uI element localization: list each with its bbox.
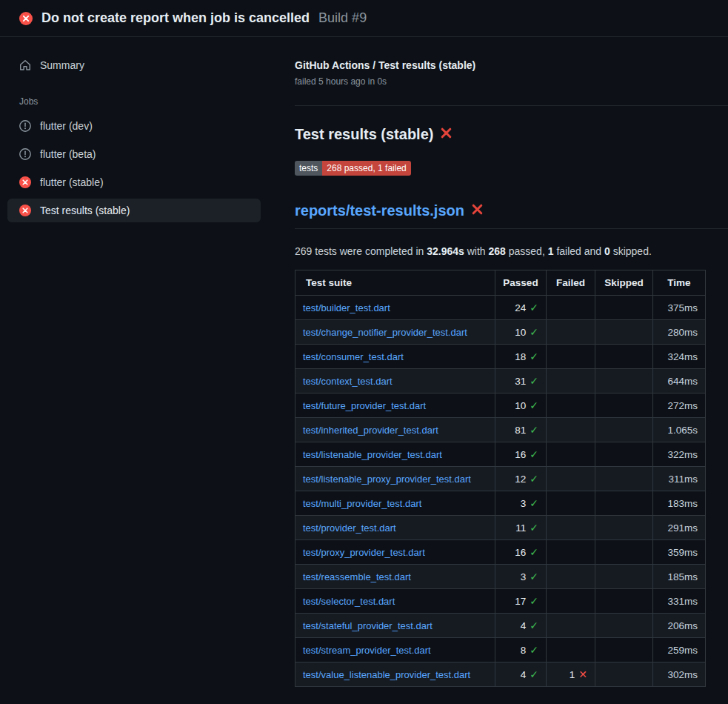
home-icon — [19, 59, 31, 71]
passed-count: 81 — [515, 425, 526, 436]
suite-cell: test/stateful_provider_test.dart — [295, 614, 495, 638]
table-row: test/builder_test.dart 24✓ 375ms — [295, 296, 706, 320]
sidebar-job-item[interactable]: Test results (stable) — [7, 199, 261, 222]
sidebar-job-item[interactable]: flutter (beta) — [7, 142, 261, 166]
check-icon: ✓ — [530, 522, 538, 534]
job-neutral-icon — [19, 148, 31, 160]
skipped-cell — [595, 516, 653, 540]
job-label: Test results (stable) — [40, 205, 130, 216]
passed-cell: 3✓ — [495, 565, 547, 589]
time-cell: 359ms — [653, 540, 706, 565]
sidebar-item-summary[interactable]: Summary — [7, 53, 261, 77]
time-cell: 644ms — [653, 369, 706, 393]
passed-count: 31 — [515, 376, 526, 387]
passed-count: 16 — [515, 547, 526, 558]
column-header-failed: Failed — [547, 270, 595, 296]
suite-cell: test/value_listenable_provider_test.dart — [295, 663, 495, 687]
passed-count: 3 — [521, 571, 527, 582]
suite-link[interactable]: test/value_listenable_provider_test.dart — [303, 669, 470, 680]
table-row: test/stateful_provider_test.dart 4✓ 206m… — [295, 614, 706, 638]
passed-count: 3 — [521, 498, 527, 509]
tests-badge-value: 268 passed, 1 failed — [322, 161, 410, 176]
skipped-cell — [595, 663, 653, 687]
passed-cell: 12✓ — [495, 467, 547, 491]
skipped-cell — [595, 540, 653, 565]
report-link[interactable]: reports/test-results.json — [295, 202, 464, 219]
passed-count: 18 — [515, 351, 526, 362]
table-row: test/selector_test.dart 17✓ 331ms — [295, 589, 706, 614]
suite-cell: test/listenable_proxy_provider_test.dart — [295, 467, 495, 491]
job-status-line: failed 5 hours ago in 0s — [295, 76, 728, 87]
cross-icon: ✕ — [578, 668, 587, 680]
suite-cell: test/inherited_provider_test.dart — [295, 418, 495, 442]
check-icon: ✓ — [530, 571, 538, 582]
check-run-header: Do not create report when job is cancell… — [0, 0, 728, 37]
suite-link[interactable]: test/reassemble_test.dart — [303, 571, 411, 582]
failed-cell — [547, 442, 595, 467]
skipped-cell — [595, 345, 653, 369]
jobs-section-label: Jobs — [19, 96, 249, 107]
suite-cell: test/future_provider_test.dart — [295, 393, 495, 418]
suite-link[interactable]: test/selector_test.dart — [303, 596, 395, 607]
column-header-passed: Passed — [495, 270, 547, 296]
section-title: Test results (stable) — [295, 126, 728, 143]
suite-link[interactable]: test/future_provider_test.dart — [303, 400, 426, 411]
tests-badge: tests 268 passed, 1 failed — [295, 161, 411, 176]
passed-cell: 10✓ — [495, 320, 547, 345]
suite-link[interactable]: test/stream_provider_test.dart — [303, 645, 431, 656]
passed-count: 11 — [515, 522, 526, 534]
time-cell: 183ms — [653, 491, 706, 516]
suite-link[interactable]: test/multi_provider_test.dart — [303, 498, 421, 509]
table-row: test/change_notifier_provider_test.dart … — [295, 320, 706, 345]
suite-cell: test/stream_provider_test.dart — [295, 638, 495, 663]
time-cell: 185ms — [653, 565, 706, 589]
table-row: test/consumer_test.dart 18✓ 324ms — [295, 345, 706, 369]
check-icon: ✓ — [530, 302, 538, 313]
table-row: test/provider_test.dart 11✓ 291ms — [295, 516, 706, 540]
sidebar-job-item[interactable]: flutter (stable) — [7, 170, 261, 194]
suite-link[interactable]: test/builder_test.dart — [303, 302, 390, 313]
breadcrumb: GitHub Actions / Test results (stable) — [295, 59, 728, 71]
table-row: test/future_provider_test.dart 10✓ 272ms — [295, 393, 706, 418]
table-row: test/listenable_proxy_provider_test.dart… — [295, 467, 706, 491]
suite-cell: test/change_notifier_provider_test.dart — [295, 320, 495, 345]
skipped-cell — [595, 442, 653, 467]
suite-link[interactable]: test/change_notifier_provider_test.dart — [303, 327, 467, 338]
page-title: Do not create report when job is cancell… — [41, 10, 310, 26]
check-icon: ✓ — [530, 351, 538, 362]
skipped-cell — [595, 369, 653, 393]
passed-count: 16 — [515, 449, 526, 460]
table-row: test/inherited_provider_test.dart 81✓ 1.… — [295, 418, 706, 442]
suite-link[interactable]: test/context_test.dart — [303, 376, 393, 387]
suite-link[interactable]: test/listenable_provider_test.dart — [303, 449, 442, 460]
report-failed-x-icon — [471, 202, 484, 219]
failed-cell — [547, 296, 595, 320]
check-icon: ✓ — [530, 497, 538, 509]
passed-cell: 18✓ — [495, 345, 547, 369]
failed-cell: 1✕ — [547, 663, 595, 687]
report-title: reports/test-results.json — [295, 202, 728, 229]
failed-cell — [547, 345, 595, 369]
sidebar-job-item[interactable]: flutter (dev) — [7, 114, 261, 138]
suite-link[interactable]: test/proxy_provider_test.dart — [303, 547, 425, 558]
table-row: test/proxy_provider_test.dart 16✓ 359ms — [295, 540, 706, 565]
suite-link[interactable]: test/consumer_test.dart — [303, 351, 404, 362]
table-row: test/multi_provider_test.dart 3✓ 183ms — [295, 491, 706, 516]
skipped-cell — [595, 565, 653, 589]
job-label: flutter (dev) — [40, 120, 93, 132]
passed-cell: 24✓ — [495, 296, 547, 320]
passed-cell: 11✓ — [495, 516, 547, 540]
time-cell: 206ms — [653, 614, 706, 638]
failed-cell — [547, 565, 595, 589]
suite-link[interactable]: test/provider_test.dart — [303, 522, 396, 534]
suite-link[interactable]: test/stateful_provider_test.dart — [303, 620, 433, 631]
suite-cell: test/builder_test.dart — [295, 296, 495, 320]
suite-link[interactable]: test/listenable_proxy_provider_test.dart — [303, 474, 471, 485]
passed-cell: 4✓ — [495, 663, 547, 687]
check-icon: ✓ — [530, 644, 538, 656]
time-cell: 324ms — [653, 345, 706, 369]
suite-link[interactable]: test/inherited_provider_test.dart — [303, 425, 438, 436]
passed-count: 12 — [515, 474, 526, 485]
passed-count: 4 — [521, 669, 527, 680]
skipped-cell — [595, 418, 653, 442]
